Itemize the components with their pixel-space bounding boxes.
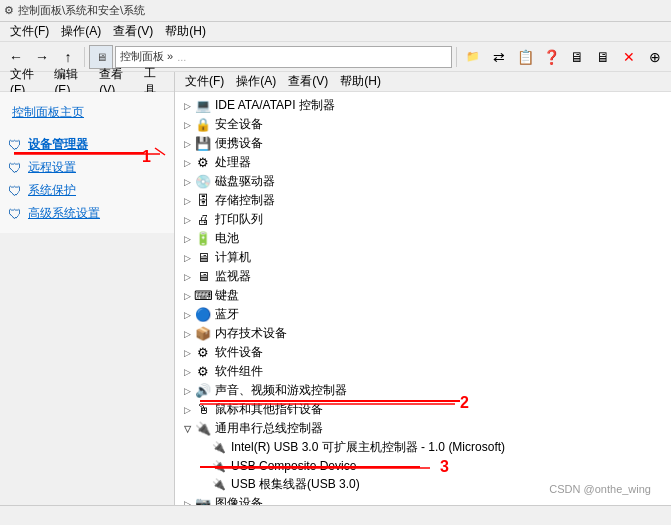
- toolbar-btn6[interactable]: 🖥: [591, 45, 615, 69]
- tree-item-bluetooth[interactable]: ▷ 🔵 蓝牙: [175, 305, 671, 324]
- expand-image[interactable]: ▷: [179, 496, 195, 506]
- expand-disk[interactable]: ▷: [179, 174, 195, 190]
- toolbar-btn-x[interactable]: ✕: [617, 45, 641, 69]
- icon-usb-hub: 🔌: [211, 477, 227, 493]
- tree-item-softdev[interactable]: ▷ ⚙ 软件设备: [175, 343, 671, 362]
- left-nav-protection[interactable]: 🛡 系统保护: [0, 179, 174, 202]
- title-bar-icon: ⚙: [4, 4, 14, 17]
- left-menu-edit[interactable]: 编辑(E): [48, 72, 93, 91]
- toolbar-separator: [84, 47, 85, 67]
- label-usb: 通用串行总线控制器: [215, 420, 323, 437]
- tree-item-softcomp[interactable]: ▷ ⚙ 软件组件: [175, 362, 671, 381]
- device-tree: ▷ 💻 IDE ATA/ATAPI 控制器 ▷ 🔒 安全设备 ▷ 💾 便携设备 …: [175, 92, 671, 505]
- tree-item-cpu[interactable]: ▷ ⚙ 处理器: [175, 153, 671, 172]
- toolbar-btn5[interactable]: 🖥: [565, 45, 589, 69]
- title-bar-text: 控制面板\系统和安全\系统: [18, 3, 145, 18]
- tree-item-monitor[interactable]: ▷ 🖥 监视器: [175, 267, 671, 286]
- shield-icon-2: 🛡: [8, 160, 22, 176]
- expand-cpu[interactable]: ▷: [179, 155, 195, 171]
- right-menu-file[interactable]: 文件(F): [179, 72, 230, 91]
- label-bluetooth: 蓝牙: [215, 306, 239, 323]
- tree-item-security[interactable]: ▷ 🔒 安全设备: [175, 115, 671, 134]
- menu-view[interactable]: 查看(V): [107, 22, 159, 41]
- tree-item-computer[interactable]: ▷ 🖥 计算机: [175, 248, 671, 267]
- expand-softdev[interactable]: ▷: [179, 345, 195, 361]
- tree-item-storage[interactable]: ▷ 🗄 存储控制器: [175, 191, 671, 210]
- tree-item-portable[interactable]: ▷ 💾 便携设备: [175, 134, 671, 153]
- expand-mouse[interactable]: ▷: [179, 402, 195, 418]
- right-menu-bar: 文件(F) 操作(A) 查看(V) 帮助(H): [175, 72, 671, 92]
- label-image: 图像设备: [215, 495, 263, 505]
- icon-cpu: ⚙: [195, 155, 211, 171]
- expand-audio[interactable]: ▷: [179, 383, 195, 399]
- advanced-label: 高级系统设置: [28, 205, 100, 222]
- label-ide: IDE ATA/ATAPI 控制器: [215, 97, 335, 114]
- icon-audio: 🔊: [195, 383, 211, 399]
- menu-action[interactable]: 操作(A): [55, 22, 107, 41]
- icon-battery: 🔋: [195, 231, 211, 247]
- toolbar-btn1[interactable]: 📁: [461, 45, 485, 69]
- icon-print: 🖨: [195, 212, 211, 228]
- label-keyboard: 键盘: [215, 287, 239, 304]
- tree-item-print[interactable]: ▷ 🖨 打印队列: [175, 210, 671, 229]
- left-panel: 文件(F) 编辑(E) 查看(V) 工具 控制面板主页 🛡 设备管理器 🛡 远程…: [0, 72, 175, 505]
- left-menu-file[interactable]: 文件(F): [4, 72, 48, 91]
- left-menu-tools[interactable]: 工具: [138, 72, 170, 91]
- expand-bluetooth[interactable]: ▷: [179, 307, 195, 323]
- tree-item-keyboard[interactable]: ▷ ⌨ 键盘: [175, 286, 671, 305]
- main-layout: 文件(F) 编辑(E) 查看(V) 工具 控制面板主页 🛡 设备管理器 🛡 远程…: [0, 72, 671, 505]
- label-battery: 电池: [215, 230, 239, 247]
- tree-item-usb-root[interactable]: ▽ 🔌 通用串行总线控制器: [175, 419, 671, 438]
- expand-print[interactable]: ▷: [179, 212, 195, 228]
- expand-security[interactable]: ▷: [179, 117, 195, 133]
- menu-help[interactable]: 帮助(H): [159, 22, 212, 41]
- expand-usb[interactable]: ▽: [179, 421, 195, 437]
- tree-item-memory[interactable]: ▷ 📦 内存技术设备: [175, 324, 671, 343]
- left-nav-device-manager[interactable]: 🛡 设备管理器: [0, 133, 174, 156]
- tree-item-usb-composite[interactable]: 🔌 USB Composite Device: [175, 457, 671, 475]
- expand-ide[interactable]: ▷: [179, 98, 195, 114]
- toolbar-btn4[interactable]: ❓: [539, 45, 563, 69]
- toolbar-btn-down[interactable]: ⊕: [643, 45, 667, 69]
- expand-battery[interactable]: ▷: [179, 231, 195, 247]
- address-icon: 🖥: [89, 45, 113, 69]
- expand-softcomp[interactable]: ▷: [179, 364, 195, 380]
- tree-item-disk[interactable]: ▷ 💿 磁盘驱动器: [175, 172, 671, 191]
- label-cpu: 处理器: [215, 154, 251, 171]
- address-bar[interactable]: 控制面板 » ...: [115, 46, 452, 68]
- right-menu-view[interactable]: 查看(V): [282, 72, 334, 91]
- right-menu-action[interactable]: 操作(A): [230, 72, 282, 91]
- label-security: 安全设备: [215, 116, 263, 133]
- menu-file[interactable]: 文件(F): [4, 22, 55, 41]
- expand-portable[interactable]: ▷: [179, 136, 195, 152]
- icon-usb: 🔌: [195, 421, 211, 437]
- icon-ide: 💻: [195, 98, 211, 114]
- tree-item-intel-usb[interactable]: 🔌 Intel(R) USB 3.0 可扩展主机控制器 - 1.0 (Micro…: [175, 438, 671, 457]
- tree-item-image[interactable]: ▷ 📷 图像设备: [175, 494, 671, 505]
- back-button[interactable]: ←: [4, 45, 28, 69]
- up-button[interactable]: ↑: [56, 45, 80, 69]
- tree-item-audio[interactable]: ▷ 🔊 声音、视频和游戏控制器: [175, 381, 671, 400]
- left-nav-advanced[interactable]: 🛡 高级系统设置: [0, 202, 174, 225]
- left-nav-remote[interactable]: 🛡 远程设置: [0, 156, 174, 179]
- left-menu-view[interactable]: 查看(V): [93, 72, 138, 91]
- expand-computer[interactable]: ▷: [179, 250, 195, 266]
- toolbar-btn2[interactable]: ⇄: [487, 45, 511, 69]
- toolbar-btn3[interactable]: 📋: [513, 45, 537, 69]
- label-audio: 声音、视频和游戏控制器: [215, 382, 347, 399]
- expand-monitor[interactable]: ▷: [179, 269, 195, 285]
- shield-icon-1: 🛡: [8, 137, 22, 153]
- tree-item-ide[interactable]: ▷ 💻 IDE ATA/ATAPI 控制器: [175, 96, 671, 115]
- icon-mouse: 🖱: [195, 402, 211, 418]
- top-menu-bar: 文件(F) 操作(A) 查看(V) 帮助(H): [0, 22, 671, 42]
- icon-portable: 💾: [195, 136, 211, 152]
- tree-item-mouse[interactable]: ▷ 🖱 鼠标和其他指针设备: [175, 400, 671, 419]
- tree-item-battery[interactable]: ▷ 🔋 电池: [175, 229, 671, 248]
- right-menu-help[interactable]: 帮助(H): [334, 72, 387, 91]
- expand-storage[interactable]: ▷: [179, 193, 195, 209]
- remote-label: 远程设置: [28, 159, 76, 176]
- left-nav-home[interactable]: 控制面板主页: [0, 100, 174, 125]
- expand-memory[interactable]: ▷: [179, 326, 195, 342]
- icon-intel-usb: 🔌: [211, 440, 227, 456]
- forward-button[interactable]: →: [30, 45, 54, 69]
